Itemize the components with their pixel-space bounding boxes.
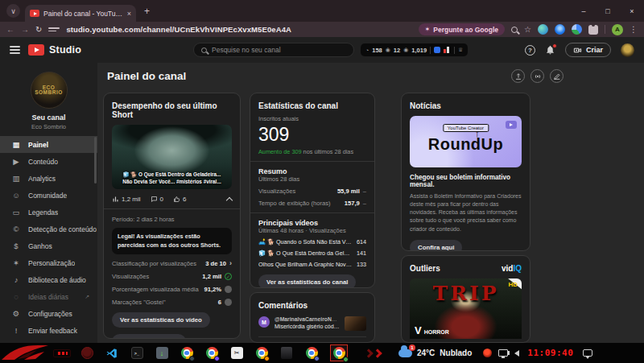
tab-search-icon[interactable]: ∨ (6, 4, 20, 18)
address-bar[interactable]: studio.youtube.com/channel/UCnEkVhVINPEc… (66, 25, 291, 34)
ideas-icon: ◌ (11, 292, 21, 301)
back-icon[interactable]: ← (6, 25, 14, 34)
news-cta-button[interactable]: Confira aqui (410, 240, 462, 251)
taskbar-red-app-icon[interactable] (80, 347, 93, 360)
sidebar-item-deteccao[interactable]: © Detecção de conteúdo (0, 221, 97, 237)
browser-menu-icon[interactable]: ⋮ (630, 25, 638, 34)
taskbar-clock[interactable]: 11:09:40 (527, 348, 573, 358)
taskbar-chrome-orange-icon[interactable] (255, 347, 268, 360)
metric-value: 6 (218, 299, 221, 306)
bookmark-star-icon[interactable]: ☆ (524, 25, 531, 34)
taskbar-dark-app-icon[interactable] (280, 347, 293, 360)
youtube-logo[interactable] (28, 44, 44, 56)
short-insight: Legal! As visualizações estão parecidas … (112, 228, 232, 254)
zoom-icon[interactable] (511, 27, 518, 33)
studio-brand[interactable]: Studio (49, 44, 81, 56)
search-input[interactable] (212, 46, 332, 54)
browser-profile-avatar[interactable]: A (612, 24, 623, 35)
rog-logo[interactable] (0, 343, 50, 363)
vidiq-stat-subs: 1,019 (411, 47, 427, 54)
community-icon: ☺ (11, 191, 21, 200)
sidebar-item-conteudo[interactable]: ▶ Conteúdo (0, 153, 97, 170)
maximize-button[interactable]: □ (596, 0, 620, 22)
outlier-video-thumbnail[interactable]: TRIP HD VHORROR (410, 278, 522, 339)
hamburger-menu-icon[interactable] (10, 46, 20, 54)
taskbar-vscode-icon[interactable] (105, 347, 118, 360)
ask-google-button[interactable]: ✶ Pergunte ao Google (419, 23, 505, 35)
tray-rog-icon[interactable] (483, 349, 492, 357)
notifications-bell-icon[interactable] (545, 44, 555, 56)
check-circle-icon: ✓ (225, 273, 232, 280)
taskbar-capcut-icon[interactable]: ✂ (230, 347, 243, 360)
channel-avatar[interactable]: ECO SOMBRIO (31, 72, 68, 109)
sidebar-item-configuracoes[interactable]: ⚙ Configurações (0, 305, 97, 322)
sidebar-item-painel[interactable]: ▦ Painel (0, 136, 97, 153)
sidebar-item-ganhos[interactable]: $ Ganhos (0, 237, 97, 254)
top-video-row[interactable]: Olhos Que Brilham A Graphic Novel do Hor… (258, 261, 366, 268)
site-info-icon[interactable] (48, 26, 60, 34)
tab-close-icon[interactable]: × (127, 10, 131, 18)
minimize-button[interactable]: – (572, 0, 596, 22)
top-video-title: Olhos Que Brilham A Graphic Novel do Hor… (258, 261, 352, 268)
channel-avatar-small[interactable] (621, 43, 634, 57)
short-title-line1: 🧊 🐕 O Que Está Dentro da Geladeira... (112, 171, 232, 179)
extension-icon-3[interactable] (572, 24, 582, 35)
summary-value: 157,9 (345, 200, 360, 207)
sidebar-item-feedback[interactable]: ! Enviar feedback (0, 322, 97, 339)
short-thumbnail[interactable]: 🧊 🐕 O Que Está Dentro da Geladeira... Nã… (112, 125, 232, 189)
video-stats-button[interactable]: Ver as estatísticas do vídeo (112, 312, 210, 328)
vidiq-stats-pill[interactable]: ◔ 158 ◉ 12 ◉ 1,019 ♕ (361, 43, 468, 56)
sidebar-item-label: Personalização (28, 259, 75, 267)
notifications-icon[interactable] (583, 349, 592, 357)
taskbar-chrome-blue-icon[interactable] (305, 347, 318, 360)
extensions-puzzle-icon[interactable] (588, 25, 598, 35)
sidebar-item-ideias[interactable]: ◌ Ideias diárias ↗ (0, 288, 97, 305)
sidebar-item-analytics[interactable]: ▥ Analytics (0, 170, 97, 187)
sidebar-item-biblioteca[interactable]: ♪ Biblioteca de áudio (0, 271, 97, 288)
collapse-chevron-icon[interactable] (226, 197, 233, 204)
comment-user: @MarinalvaCarneiroNóbr... (275, 316, 340, 322)
play-icon (506, 121, 517, 129)
help-icon[interactable]: ? (525, 45, 535, 56)
upload-video-button[interactable] (511, 69, 525, 83)
sidebar-item-personalizacao[interactable]: ✶ Personalização (0, 254, 97, 271)
vidiq-logo: vidIQ (502, 264, 522, 273)
news-banner[interactable]: YouTube Creator RoundUp ↑ (410, 116, 522, 167)
extension-icon-1[interactable] (538, 24, 548, 35)
forward-icon[interactable]: → (21, 25, 29, 34)
top-video-row[interactable]: 🛋️ 🐕 Quando o Sofá Não Está Vazio.... #m… (258, 238, 366, 245)
top-video-views: 614 (357, 238, 366, 245)
new-tab-button[interactable]: + (144, 6, 150, 17)
news-body: Assista o Boletim Informativo para Criad… (410, 192, 522, 233)
sidebar-item-label: Comunidade (28, 192, 67, 200)
divider (258, 336, 366, 337)
go-live-button[interactable] (530, 69, 544, 83)
taskbar-terminal-icon[interactable]: >_ (130, 347, 143, 360)
reload-icon[interactable]: ↻ (35, 25, 42, 34)
video-comments-button[interactable]: Ver comentários (0) (112, 334, 186, 339)
taskbar-chrome-purple-icon[interactable] (205, 347, 218, 360)
speaker-icon[interactable] (514, 350, 519, 357)
sidebar-scrollbar[interactable] (94, 137, 97, 184)
channel-stats-button[interactable]: Ver as estatísticas do canal (258, 274, 356, 288)
trend-dash-icon: – (363, 200, 366, 207)
taskbar-chrome-active-icon[interactable] (330, 344, 348, 361)
create-button[interactable]: Criar (565, 43, 611, 57)
edit-button[interactable] (550, 69, 564, 83)
sidebar-item-label: Painel (28, 141, 48, 149)
sidebar-item-legendas[interactable]: ▭ Legendas (0, 204, 97, 221)
comment-item[interactable]: M @MarinalvaCarneiroNóbr... · 3 sem... M… (258, 316, 366, 331)
top-video-row[interactable]: 🧊 🐕 O Que Está Dentro da Geladeira... Nã… (258, 250, 366, 257)
browser-tab[interactable]: Painel do canal - YouTube Studi × (25, 5, 136, 22)
vidiq-logo-iq: IQ (513, 264, 522, 273)
taskbar-file-transfer-icon[interactable]: ↓ (155, 347, 168, 360)
taskbar-chrome-dark-icon[interactable] (180, 347, 193, 360)
close-button[interactable]: × (620, 0, 644, 22)
metric-row[interactable]: Classificação por visualizações 3 de 10 … (112, 260, 232, 267)
extension-icon-2[interactable] (555, 24, 565, 35)
studio-search[interactable] (193, 43, 354, 57)
sidebar-item-comunidade[interactable]: ☺ Comunidade (0, 187, 97, 204)
weather-widget[interactable]: 1 24°C Nublado (398, 349, 472, 357)
cloud-icon: 1 (398, 349, 412, 357)
page-actions (511, 69, 564, 83)
